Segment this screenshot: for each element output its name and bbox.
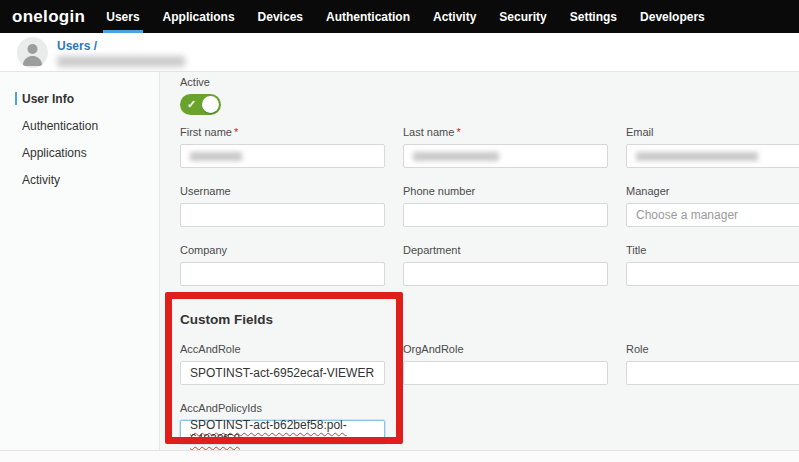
acc-and-policy-ids-field: AccAndPolicyIds SPOTINST-act-b62bef58:po… [180, 402, 385, 444]
last-name-label: Last name* [403, 126, 608, 138]
user-avatar-icon [17, 37, 48, 68]
sidebar-item-activity[interactable]: Activity [0, 166, 159, 193]
department-input[interactable] [403, 262, 608, 286]
first-name-field: First name* [180, 126, 385, 168]
required-marker: * [456, 126, 460, 138]
manager-field: Manager [626, 185, 799, 227]
left-sidebar: User Info Authentication Applications Ac… [0, 72, 160, 450]
last-name-field: Last name* [403, 126, 608, 168]
org-and-role-field: OrgAndRole [403, 343, 608, 385]
sidebar-item-user-info[interactable]: User Info [0, 85, 159, 112]
nav-item-applications[interactable]: Applications [163, 0, 235, 33]
top-nav: onelogin Users Applications Devices Auth… [0, 0, 799, 33]
acc-and-policy-ids-label: AccAndPolicyIds [180, 402, 385, 414]
active-toggle[interactable]: ✓ [180, 94, 221, 115]
username-field: Username [180, 185, 385, 227]
first-name-redacted-value [190, 152, 242, 161]
nav-item-settings[interactable]: Settings [570, 0, 617, 33]
breadcrumb-users-link[interactable]: Users / [57, 39, 97, 53]
page-bottom-strip [0, 450, 799, 462]
company-label: Company [180, 244, 385, 256]
nav-item-devices[interactable]: Devices [258, 0, 303, 33]
breadcrumb-bar: Users / [0, 33, 799, 72]
nav-item-users[interactable]: Users [106, 0, 139, 33]
phone-number-field: Phone number [403, 185, 608, 227]
custom-fields-row-2: AccAndPolicyIds SPOTINST-act-b62bef58:po… [180, 402, 799, 444]
nav-item-security[interactable]: Security [499, 0, 546, 33]
user-info-form: Active ✓ First name* Last name* [160, 72, 799, 450]
department-field: Department [403, 244, 608, 286]
nav-item-developers[interactable]: Developers [640, 0, 705, 33]
manager-input[interactable] [626, 203, 799, 227]
title-label: Title [626, 244, 799, 256]
toggle-knob [202, 96, 219, 113]
custom-fields-heading: Custom Fields [180, 312, 799, 328]
onelogin-logo: onelogin [12, 0, 85, 33]
department-label: Department [403, 244, 608, 256]
check-icon: ✓ [187, 98, 196, 111]
first-name-label: First name* [180, 126, 385, 138]
email-field: Email [626, 126, 799, 168]
company-input[interactable] [180, 262, 385, 286]
phone-number-label: Phone number [403, 185, 608, 197]
acc-and-role-input[interactable] [180, 361, 385, 385]
role-label: Role [626, 343, 799, 355]
title-field: Title [626, 244, 799, 286]
username-label: Username [180, 185, 385, 197]
company-field: Company [180, 244, 385, 286]
required-marker: * [234, 126, 238, 138]
manager-label: Manager [626, 185, 799, 197]
username-input[interactable] [180, 203, 385, 227]
email-label: Email [626, 126, 799, 138]
person-icon [17, 37, 48, 68]
acc-and-policy-ids-value: SPOTINST-act-b62bef58:pol-64828f58 [190, 418, 375, 446]
acc-and-role-field: AccAndRole [180, 343, 385, 385]
role-field: Role [626, 343, 799, 385]
org-and-role-input[interactable] [403, 361, 608, 385]
org-and-role-label: OrgAndRole [403, 343, 608, 355]
nav-menu: Users Applications Devices Authenticatio… [106, 0, 705, 33]
last-name-redacted-value [413, 152, 499, 161]
content-area: User Info Authentication Applications Ac… [0, 72, 799, 450]
sidebar-item-authentication[interactable]: Authentication [0, 112, 159, 139]
active-label: Active [180, 76, 799, 88]
nav-item-activity[interactable]: Activity [433, 0, 476, 33]
title-input[interactable] [626, 262, 799, 286]
form-row-3: Company Department Title [180, 244, 799, 286]
form-row-1: First name* Last name* Email [180, 126, 799, 168]
nav-item-authentication[interactable]: Authentication [326, 0, 410, 33]
breadcrumb-username-redacted [57, 56, 185, 67]
phone-number-input[interactable] [403, 203, 608, 227]
acc-and-policy-ids-input[interactable]: SPOTINST-act-b62bef58:pol-64828f58 [180, 420, 385, 444]
acc-and-role-label: AccAndRole [180, 343, 385, 355]
custom-fields-row-1: AccAndRole OrgAndRole Role [180, 343, 799, 385]
form-row-2: Username Phone number Manager [180, 185, 799, 227]
onelogin-user-page: onelogin Users Applications Devices Auth… [0, 0, 799, 462]
role-input[interactable] [626, 361, 799, 385]
sidebar-item-applications[interactable]: Applications [0, 139, 159, 166]
email-redacted-value [636, 152, 758, 161]
